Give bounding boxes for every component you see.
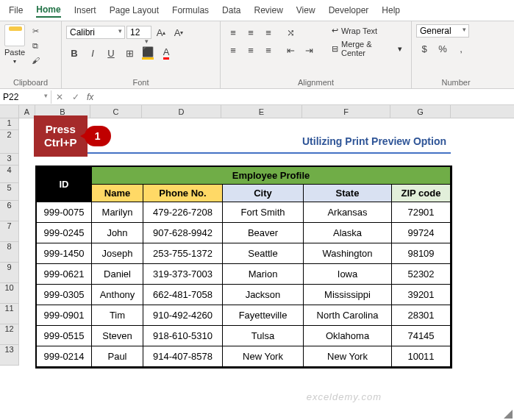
tab-insert[interactable]: Insert xyxy=(74,4,96,17)
cell-city[interactable]: Jackson xyxy=(223,285,304,305)
cell-name[interactable]: Steven xyxy=(92,326,143,346)
header-id[interactable]: ID xyxy=(37,167,92,202)
tab-formulas[interactable]: Formulas xyxy=(172,4,209,17)
cell-state[interactable]: Oklahoma xyxy=(304,326,392,346)
number-format-combo[interactable]: General xyxy=(416,24,469,38)
cell-zip[interactable]: 99724 xyxy=(392,223,451,243)
tab-pagelayout[interactable]: Page Layout xyxy=(110,4,159,17)
percent-button[interactable]: % xyxy=(435,40,451,57)
accept-formula-button[interactable]: ✓ xyxy=(68,92,84,102)
align-center-button[interactable]: ≡ xyxy=(243,42,259,58)
cell-city[interactable]: Seattle xyxy=(223,243,304,264)
row-header-2[interactable]: 2 xyxy=(0,130,19,154)
cell-city[interactable]: Tulsa xyxy=(223,326,304,346)
cell-city[interactable]: New York xyxy=(223,346,304,367)
align-bottom-button[interactable]: ≡ xyxy=(260,24,276,40)
row-header-1[interactable]: 1 xyxy=(0,118,19,130)
cell-phone[interactable]: 479-226-7208 xyxy=(143,202,223,223)
cell-phone[interactable]: 319-373-7003 xyxy=(143,264,223,285)
cell-zip[interactable]: 74145 xyxy=(392,326,451,346)
row-header-6[interactable]: 6 xyxy=(0,201,19,221)
name-box[interactable]: P22 xyxy=(0,90,51,104)
header-name[interactable]: Name xyxy=(92,185,143,202)
indent-decrease-button[interactable]: ⇤ xyxy=(282,42,299,58)
col-header-G[interactable]: G xyxy=(390,105,451,118)
font-size-combo[interactable]: 12 xyxy=(126,26,151,39)
format-painter-button[interactable]: 🖌 xyxy=(28,54,43,67)
font-name-combo[interactable]: Calibri xyxy=(66,26,125,39)
row-header-3[interactable]: 3 xyxy=(0,154,19,165)
fill-color-button[interactable]: ⬛ xyxy=(140,45,156,61)
wrap-text-button[interactable]: ↩Wrap Text xyxy=(327,24,407,37)
select-all-corner[interactable] xyxy=(0,105,19,118)
header-employee-profile[interactable]: Employee Profile xyxy=(92,167,451,185)
comma-button[interactable]: , xyxy=(453,40,469,57)
cell-name[interactable]: Daniel xyxy=(92,264,143,285)
cell-name[interactable]: Anthony xyxy=(92,285,143,305)
cell-name[interactable]: John xyxy=(92,223,143,243)
row-header-8[interactable]: 8 xyxy=(0,242,19,263)
row-header-4[interactable]: 4 xyxy=(0,165,19,183)
grow-font-button[interactable]: A▴ xyxy=(153,24,169,40)
borders-button[interactable]: ⊞ xyxy=(121,45,138,61)
cell-name[interactable]: Paul xyxy=(92,346,143,367)
cell-city[interactable]: Fort Smith xyxy=(223,202,304,223)
cell-phone[interactable]: 918-610-5310 xyxy=(143,326,223,346)
shrink-font-button[interactable]: A▾ xyxy=(171,24,187,40)
row-header-10[interactable]: 10 xyxy=(0,283,19,304)
tab-data[interactable]: Data xyxy=(222,4,240,17)
cell-state[interactable]: Arkansas xyxy=(304,202,392,223)
tab-home[interactable]: Home xyxy=(36,3,60,18)
cell-phone[interactable]: 662-481-7058 xyxy=(143,285,223,305)
row-header-9[interactable]: 9 xyxy=(0,263,19,283)
cell-id[interactable]: 999-0075 xyxy=(37,202,92,223)
header-state[interactable]: State xyxy=(304,185,392,202)
row-header-12[interactable]: 12 xyxy=(0,324,19,345)
tab-view[interactable]: View xyxy=(296,4,315,17)
cell-state[interactable]: North Carolina xyxy=(304,305,392,326)
cell-name[interactable]: Marilyn xyxy=(92,202,143,223)
tab-file[interactable]: File xyxy=(9,4,23,17)
cell-state[interactable]: Mississippi xyxy=(304,285,392,305)
cell-zip[interactable]: 98109 xyxy=(392,243,451,264)
cell-phone[interactable]: 907-628-9942 xyxy=(143,223,223,243)
align-top-button[interactable]: ≡ xyxy=(225,24,241,40)
header-city[interactable]: City xyxy=(223,185,304,202)
row-header-13[interactable]: 13 xyxy=(0,345,19,366)
cell-phone[interactable]: 910-492-4260 xyxy=(143,305,223,326)
cell-city[interactable]: Marion xyxy=(223,264,304,285)
cell-id[interactable]: 999-0214 xyxy=(37,346,92,367)
cell-city[interactable]: Fayetteville xyxy=(223,305,304,326)
resize-handle-icon[interactable] xyxy=(504,410,513,419)
align-left-button[interactable]: ≡ xyxy=(225,42,241,58)
copy-button[interactable]: ⧉ xyxy=(28,39,43,52)
cell-state[interactable]: Washington xyxy=(304,243,392,264)
cell-state[interactable]: Alaska xyxy=(304,223,392,243)
paste-button[interactable]: Paste ▾ xyxy=(4,24,25,65)
col-header-F[interactable]: F xyxy=(302,105,390,118)
cell-state[interactable]: New York xyxy=(304,346,392,367)
merge-center-button[interactable]: ⊟Merge & Center ▾ xyxy=(327,38,407,59)
cell-id[interactable]: 999-0515 xyxy=(37,326,92,346)
cell-zip[interactable]: 28301 xyxy=(392,305,451,326)
cell-state[interactable]: Iowa xyxy=(304,264,392,285)
italic-button[interactable]: I xyxy=(85,45,101,61)
col-header-E[interactable]: E xyxy=(221,105,302,118)
cell-zip[interactable]: 10011 xyxy=(392,346,451,367)
align-middle-button[interactable]: ≡ xyxy=(243,24,259,40)
cell-id[interactable]: 999-0245 xyxy=(37,223,92,243)
header-zip[interactable]: ZIP code xyxy=(392,185,451,202)
row-header-11[interactable]: 11 xyxy=(0,304,19,324)
fx-label[interactable]: fx xyxy=(84,92,96,102)
cell-zip[interactable]: 72901 xyxy=(392,202,451,223)
cell-city[interactable]: Beaver xyxy=(223,223,304,243)
cell-id[interactable]: 999-1450 xyxy=(37,243,92,264)
cell-zip[interactable]: 52302 xyxy=(392,264,451,285)
cell-name[interactable]: Joseph xyxy=(92,243,143,264)
align-right-button[interactable]: ≡ xyxy=(260,42,276,58)
col-header-A[interactable]: A xyxy=(19,105,35,118)
tab-help[interactable]: Help xyxy=(382,4,400,17)
cell-phone[interactable]: 914-407-8578 xyxy=(143,346,223,367)
cell-name[interactable]: Tim xyxy=(92,305,143,326)
col-header-D[interactable]: D xyxy=(142,105,221,118)
